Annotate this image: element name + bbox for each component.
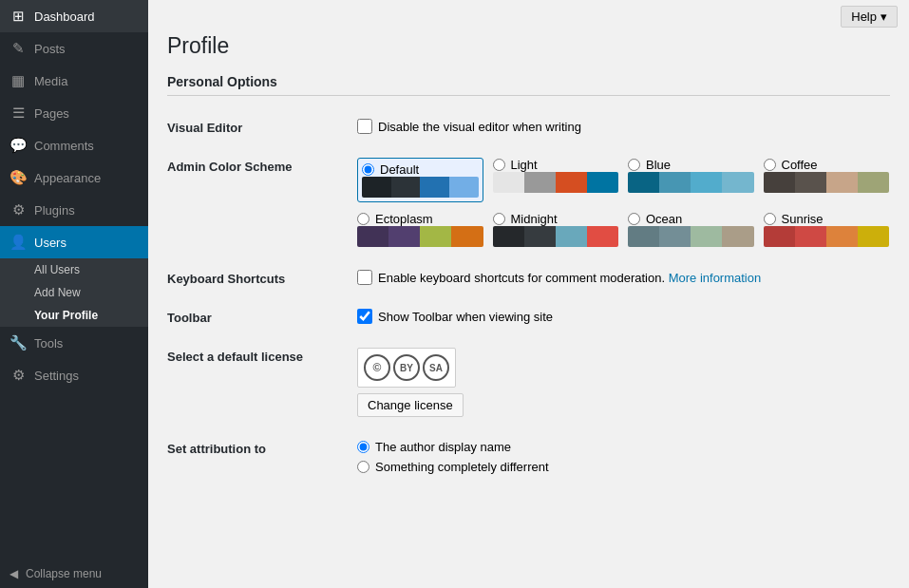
tools-icon: 🔧 bbox=[9, 334, 27, 351]
sidebar-item-tools[interactable]: 🔧 Tools bbox=[0, 327, 148, 359]
sa-icon: SA bbox=[423, 354, 449, 381]
attribution-option-1: Something completely differrent bbox=[357, 460, 890, 474]
sidebar-item-dashboard[interactable]: ⊞ Dashboard bbox=[0, 0, 148, 32]
color-scheme-radio-midnight[interactable] bbox=[493, 213, 505, 225]
content-area: Profile Personal Options Visual Editor D… bbox=[148, 33, 909, 504]
sidebar: ⊞ Dashboard ✎ Posts ▦ Media ☰ Pages 💬 Co… bbox=[0, 0, 148, 588]
toolbar-checkbox-row: Show Toolbar when viewing site bbox=[357, 309, 890, 324]
attribution-radio-group: The author display name Something comple… bbox=[357, 440, 890, 474]
color-swatch-coffee bbox=[764, 172, 890, 193]
pages-icon: ☰ bbox=[9, 104, 27, 122]
color-scheme-name: Light bbox=[511, 158, 538, 172]
sidebar-item-pages[interactable]: ☰ Pages bbox=[0, 97, 148, 129]
sidebar-item-label: Comments bbox=[34, 139, 94, 153]
default-license-label: Select a default license bbox=[167, 336, 357, 428]
sidebar-item-label: Pages bbox=[34, 106, 69, 121]
color-scheme-name: Default bbox=[380, 162, 419, 177]
form-table: Visual Editor Disable the visual editor … bbox=[167, 107, 890, 485]
color-scheme-name: Ocean bbox=[646, 212, 682, 226]
color-scheme-blue[interactable]: Blue bbox=[628, 158, 754, 202]
color-scheme-radio-sunrise[interactable] bbox=[764, 213, 776, 225]
sidebar-item-settings[interactable]: ⚙ Settings bbox=[0, 359, 148, 391]
color-swatch-ectoplasm bbox=[357, 226, 483, 247]
sidebar-item-label: Appearance bbox=[34, 171, 101, 185]
color-scheme-name: Midnight bbox=[511, 212, 558, 226]
license-box: © BY SA bbox=[357, 348, 456, 388]
sidebar-item-comments[interactable]: 💬 Comments bbox=[0, 129, 148, 161]
color-scheme-light[interactable]: Light bbox=[493, 158, 619, 202]
sidebar-item-plugins[interactable]: ⚙ Plugins bbox=[0, 194, 148, 226]
show-toolbar-checkbox[interactable] bbox=[357, 309, 372, 324]
visual-editor-checkbox-row: Disable the visual editor when writing bbox=[357, 119, 890, 134]
sidebar-item-label: Dashboard bbox=[34, 9, 95, 24]
collapse-menu-button[interactable]: ◀ Collapse menu bbox=[0, 560, 148, 588]
keyboard-shortcuts-checkbox[interactable] bbox=[357, 270, 372, 285]
color-scheme-ectoplasm[interactable]: Ectoplasm bbox=[357, 212, 483, 247]
cc-icon: © bbox=[364, 354, 390, 381]
dashboard-icon: ⊞ bbox=[9, 8, 27, 25]
main-content: Help ▾ Profile Personal Options Visual E… bbox=[148, 0, 909, 588]
keyboard-shortcuts-checkbox-row: Enable keyboard shortcuts for comment mo… bbox=[357, 270, 890, 285]
attribution-different-label[interactable]: Something completely differrent bbox=[375, 460, 549, 474]
sidebar-item-all-users[interactable]: All Users bbox=[0, 258, 148, 281]
settings-icon: ⚙ bbox=[9, 367, 27, 384]
color-scheme-radio-coffee[interactable] bbox=[764, 159, 776, 171]
color-scheme-name: Ectoplasm bbox=[375, 212, 433, 226]
color-scheme-name: Coffee bbox=[782, 158, 818, 172]
sidebar-item-your-profile[interactable]: Your Profile bbox=[0, 304, 148, 327]
by-icon: BY bbox=[393, 354, 420, 381]
color-scheme-ocean[interactable]: Ocean bbox=[628, 212, 754, 247]
users-submenu: All Users Add New Your Profile bbox=[0, 258, 148, 327]
color-scheme-midnight[interactable]: Midnight bbox=[493, 212, 619, 247]
color-swatch-midnight bbox=[493, 226, 619, 247]
page-title: Profile bbox=[167, 33, 890, 59]
sidebar-item-appearance[interactable]: 🎨 Appearance bbox=[0, 161, 148, 194]
color-scheme-radio-blue[interactable] bbox=[628, 159, 640, 171]
disable-visual-editor-label[interactable]: Disable the visual editor when writing bbox=[378, 120, 581, 134]
color-swatch-ocean bbox=[628, 226, 754, 247]
attribution-author-label[interactable]: The author display name bbox=[375, 440, 511, 454]
sidebar-item-label: Media bbox=[34, 74, 67, 88]
color-scheme-radio-ectoplasm[interactable] bbox=[357, 213, 369, 225]
visual-editor-label: Visual Editor bbox=[167, 107, 357, 146]
color-swatch-default bbox=[362, 177, 479, 198]
color-scheme-radio-default[interactable] bbox=[362, 163, 374, 176]
keyboard-shortcuts-desc: Enable keyboard shortcuts for comment mo… bbox=[378, 271, 761, 285]
disable-visual-editor-checkbox[interactable] bbox=[357, 119, 372, 134]
show-toolbar-label[interactable]: Show Toolbar when viewing site bbox=[378, 310, 553, 324]
license-icons: © BY SA bbox=[364, 354, 449, 381]
sidebar-item-label: Tools bbox=[34, 336, 63, 351]
sidebar-item-media[interactable]: ▦ Media bbox=[0, 65, 148, 97]
comments-icon: 💬 bbox=[9, 137, 27, 154]
sidebar-item-posts[interactable]: ✎ Posts bbox=[0, 32, 148, 65]
help-button[interactable]: Help ▾ bbox=[841, 6, 898, 28]
section-title: Personal Options bbox=[167, 74, 890, 96]
attribution-option-0: The author display name bbox=[357, 440, 890, 454]
sidebar-item-label: Users bbox=[34, 236, 66, 250]
collapse-icon: ◀ bbox=[9, 567, 18, 580]
topbar: Help ▾ bbox=[148, 0, 909, 33]
color-schemes-grid: Default Light Blue Coffee bbox=[357, 158, 889, 247]
attribution-author-radio[interactable] bbox=[357, 441, 369, 453]
default-license-row: Select a default license © BY SA Change … bbox=[167, 336, 890, 428]
sidebar-item-users[interactable]: 👤 Users bbox=[0, 226, 148, 258]
change-license-button[interactable]: Change license bbox=[357, 393, 464, 417]
attribution-different-radio[interactable] bbox=[357, 461, 369, 473]
color-swatch-sunrise bbox=[764, 226, 890, 247]
color-scheme-sunrise[interactable]: Sunrise bbox=[764, 212, 890, 247]
appearance-icon: 🎨 bbox=[9, 169, 27, 186]
sidebar-item-add-new[interactable]: Add New bbox=[0, 281, 148, 304]
color-scheme-name: Blue bbox=[646, 158, 671, 172]
sidebar-item-label: Plugins bbox=[34, 203, 75, 218]
users-icon: 👤 bbox=[9, 234, 27, 251]
color-scheme-default[interactable]: Default bbox=[357, 158, 483, 202]
sidebar-item-label: Posts bbox=[34, 42, 66, 56]
help-arrow-icon: ▾ bbox=[881, 9, 887, 24]
color-scheme-radio-ocean[interactable] bbox=[628, 213, 640, 225]
color-scheme-coffee[interactable]: Coffee bbox=[764, 158, 890, 202]
color-scheme-radio-light[interactable] bbox=[493, 159, 505, 171]
toolbar-row: Toolbar Show Toolbar when viewing site bbox=[167, 297, 890, 336]
plugins-icon: ⚙ bbox=[9, 201, 27, 218]
more-info-link[interactable]: More information bbox=[669, 271, 762, 285]
attribution-row: Set attribution to The author display na… bbox=[167, 428, 890, 485]
